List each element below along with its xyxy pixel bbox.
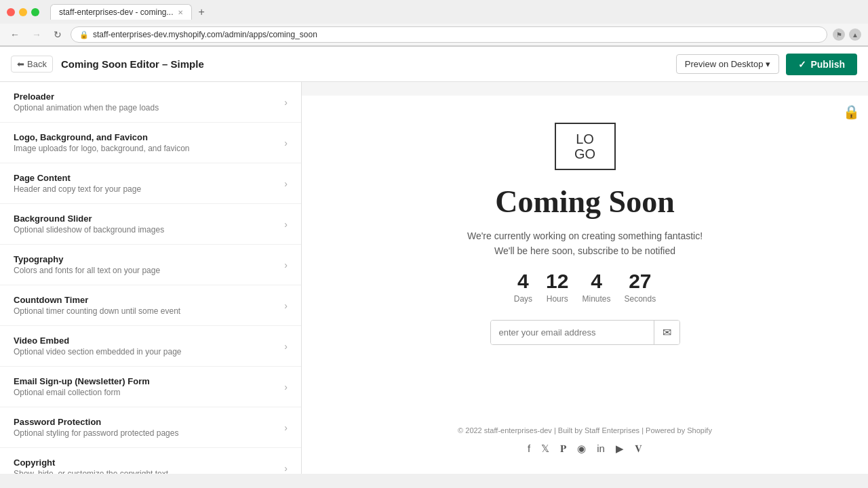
sidebar-item-7[interactable]: Email Sign-up (Newsletter) Form Optional… — [0, 367, 301, 407]
publish-label: Publish — [810, 59, 845, 70]
logo-text: LO GO — [574, 131, 595, 161]
sidebar: Preloader Optional animation when the pa… — [0, 82, 302, 474]
preview-lock-icon: 🔒 — [843, 104, 860, 120]
sidebar-item-6[interactable]: Video Embed Optional video section embed… — [0, 326, 301, 367]
back-label: Back — [27, 59, 47, 69]
publish-button[interactable]: ✓ Publish — [786, 54, 857, 75]
countdown-item-1: 12 Hours — [546, 270, 568, 304]
sidebar-item-title-8: Password Protection — [14, 417, 284, 427]
app-title: Coming Soon Editor – Simple — [61, 58, 204, 70]
sidebar-item-9[interactable]: Copyright Show, hide, or customize the c… — [0, 448, 301, 474]
active-tab[interactable]: staff-enterprises-dev - coming... ✕ — [50, 4, 192, 20]
new-tab-button[interactable]: + — [195, 5, 209, 20]
countdown-item-0: 4 Days — [514, 270, 532, 304]
chevron-right-icon-4: › — [284, 260, 288, 270]
sidebar-item-title-6: Video Embed — [14, 336, 284, 346]
tab-close-icon[interactable]: ✕ — [178, 9, 183, 16]
sidebar-item-content-7: Email Sign-up (Newsletter) Form Optional… — [14, 376, 284, 397]
sidebar-item-title-2: Page Content — [14, 173, 284, 183]
sidebar-item-content-5: Countdown Timer Optional timer counting … — [14, 295, 284, 316]
chevron-right-icon-1: › — [284, 138, 288, 148]
preview-button[interactable]: Preview on Desktop ▾ — [676, 54, 780, 74]
sidebar-item-desc-1: Image uploads for logo, background, and … — [14, 144, 284, 153]
chevron-right-icon-2: › — [284, 178, 288, 189]
email-input[interactable] — [491, 321, 654, 344]
browser-titlebar: staff-enterprises-dev - coming... ✕ + — [0, 0, 868, 24]
sidebar-item-title-0: Preloader — [14, 92, 284, 102]
sidebar-item-0[interactable]: Preloader Optional animation when the pa… — [0, 82, 301, 123]
countdown-label-1: Hours — [547, 294, 568, 304]
lock-icon: 🔒 — [79, 30, 89, 39]
sidebar-item-desc-9: Show, hide, or customize the copyright t… — [14, 469, 284, 474]
sidebar-item-desc-7: Optional email collection form — [14, 388, 284, 397]
countdown-label-0: Days — [514, 294, 532, 304]
app-header-left: ⬅ Back Coming Soon Editor – Simple — [11, 56, 204, 73]
chevron-right-icon-8: › — [284, 422, 288, 433]
logo-box: LO GO — [555, 123, 616, 170]
chevron-right-icon-3: › — [284, 219, 288, 230]
sidebar-item-5[interactable]: Countdown Timer Optional timer counting … — [0, 285, 301, 326]
tab-bar: staff-enterprises-dev - coming... ✕ + — [50, 4, 209, 20]
publish-checkmark-icon: ✓ — [798, 59, 806, 70]
sidebar-item-8[interactable]: Password Protection Optional styling for… — [0, 407, 301, 448]
refresh-nav-button[interactable]: ↻ — [50, 28, 65, 41]
address-bar[interactable]: 🔒 staff-enterprises-dev.myshopify.com/ad… — [71, 26, 827, 43]
linkedin-icon[interactable]: in — [597, 443, 605, 455]
sidebar-item-content-4: Typography Colors and fonts for all text… — [14, 254, 284, 275]
sidebar-item-desc-8: Optional styling for password protected … — [14, 428, 284, 438]
sidebar-item-content-0: Preloader Optional animation when the pa… — [14, 92, 284, 113]
countdown-item-3: 27 Seconds — [625, 270, 656, 304]
footer-copyright: © 2022 staff-enterprises-dev | Built by … — [315, 426, 854, 434]
extension-icon-1[interactable]: ⚑ — [833, 28, 845, 41]
back-button[interactable]: ⬅ Back — [11, 56, 53, 73]
chevron-right-icon-6: › — [284, 341, 288, 352]
preview-subtitle2: We'll be here soon, subscribe to be noti… — [494, 245, 675, 256]
email-submit-button[interactable]: ✉ — [654, 321, 679, 344]
countdown-value-3: 27 — [625, 270, 656, 293]
twitter-icon[interactable]: 𝕏 — [541, 443, 549, 455]
countdown-value-2: 4 — [582, 270, 610, 293]
facebook-icon[interactable]: f — [528, 443, 530, 455]
app-header: ⬅ Back Coming Soon Editor – Simple Previ… — [0, 47, 868, 82]
close-traffic-light[interactable] — [7, 8, 15, 16]
preview-footer: © 2022 staff-enterprises-dev | Built by … — [315, 399, 854, 462]
sidebar-item-3[interactable]: Background Slider Optional slideshow of … — [0, 204, 301, 245]
back-nav-button[interactable]: ← — [7, 28, 23, 41]
sidebar-item-title-5: Countdown Timer — [14, 295, 284, 305]
sidebar-item-desc-6: Optional video section embedded in your … — [14, 347, 284, 357]
traffic-lights — [7, 8, 39, 16]
vimeo-icon[interactable]: 𝐕 — [635, 443, 642, 455]
coming-soon-title: Coming Soon — [495, 184, 675, 220]
chevron-right-icon-7: › — [284, 382, 288, 392]
sidebar-item-desc-0: Optional animation when the page loads — [14, 103, 284, 113]
sidebar-item-title-3: Background Slider — [14, 214, 284, 224]
sidebar-item-title-1: Logo, Background, and Favicon — [14, 132, 284, 142]
extension-icon-2[interactable]: ▲ — [849, 28, 861, 41]
logo-line1: LO — [576, 131, 594, 146]
countdown-label-3: Seconds — [625, 294, 656, 304]
sidebar-item-desc-4: Colors and fonts for all text on your pa… — [14, 266, 284, 275]
url-text: staff-enterprises-dev.myshopify.com/admi… — [93, 30, 317, 39]
sidebar-item-4[interactable]: Typography Colors and fonts for all text… — [0, 245, 301, 285]
chevron-down-icon: ▾ — [766, 59, 770, 69]
preview-subtitle1: We're currently working on creating some… — [467, 230, 703, 241]
email-form[interactable]: ✉ — [490, 320, 680, 345]
preview-pane: 🔒 LO GO Coming Soon We're currently work… — [302, 82, 868, 474]
countdown-value-0: 4 — [514, 270, 532, 293]
browser-icons: ⚑ ▲ — [833, 28, 861, 41]
forward-nav-button[interactable]: → — [28, 28, 45, 41]
minimize-traffic-light[interactable] — [19, 8, 27, 16]
sidebar-item-content-9: Copyright Show, hide, or customize the c… — [14, 458, 284, 474]
chevron-right-icon-0: › — [284, 97, 288, 108]
browser-toolbar: ← → ↻ 🔒 staff-enterprises-dev.myshopify.… — [0, 24, 868, 46]
sidebar-item-title-9: Copyright — [14, 458, 284, 468]
tab-title: staff-enterprises-dev - coming... — [59, 7, 174, 17]
sidebar-item-1[interactable]: Logo, Background, and Favicon Image uplo… — [0, 123, 301, 163]
instagram-icon[interactable]: ◉ — [577, 443, 586, 455]
youtube-icon[interactable]: ▶ — [616, 443, 624, 455]
maximize-traffic-light[interactable] — [31, 8, 39, 16]
pinterest-icon[interactable]: 𝐏 — [560, 443, 566, 455]
countdown: 4 Days 12 Hours 4 Minutes 27 Seconds — [514, 270, 656, 304]
sidebar-item-2[interactable]: Page Content Header and copy text for yo… — [0, 163, 301, 204]
app-header-right: Preview on Desktop ▾ ✓ Publish — [676, 54, 857, 75]
